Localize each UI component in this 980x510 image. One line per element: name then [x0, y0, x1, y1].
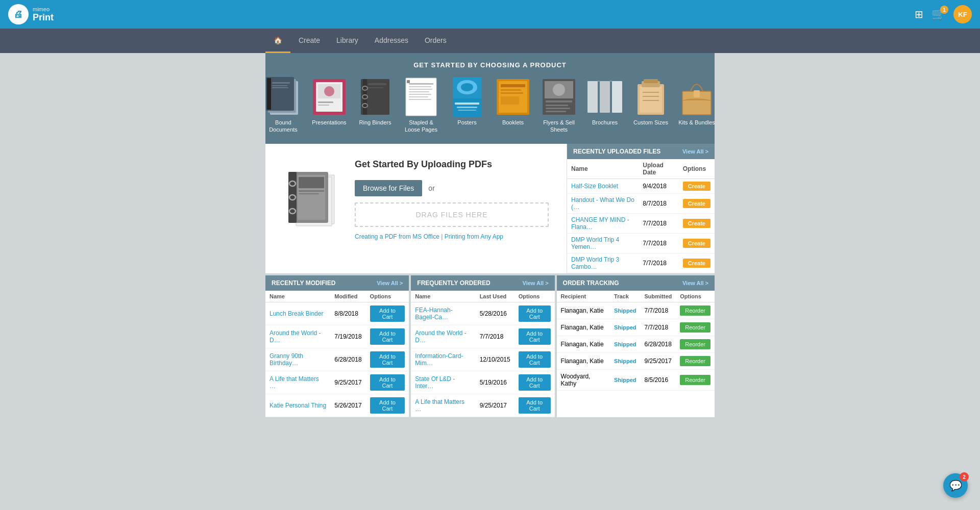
shipped-badge: Shipped	[614, 341, 636, 347]
rm-name: A Life that Matters …	[265, 371, 330, 394]
fo-col-name: Name	[411, 291, 475, 302]
reorder-button[interactable]: Reorder	[680, 305, 710, 316]
fo-link[interactable]: State Of L&D - Inter…	[415, 375, 455, 390]
cart-button[interactable]: 🛒 1	[932, 8, 945, 21]
rm-link[interactable]: Around the World - D…	[270, 329, 321, 344]
frequently-ordered-panel: FREQUENTLY ORDERED View All > Name Last …	[411, 275, 556, 417]
fo-link[interactable]: Information-Card-Mim…	[415, 352, 463, 367]
product-brochures[interactable]: Brochures	[583, 75, 627, 136]
printing-any-app-link[interactable]: Printing from Any App	[445, 233, 503, 240]
svg-rect-47	[546, 108, 570, 109]
recent-file-link[interactable]: DMP World Trip 4 Yemen…	[571, 236, 619, 250]
booklets-img	[495, 77, 531, 117]
svg-rect-5	[272, 85, 287, 86]
svg-rect-55	[640, 86, 662, 113]
recently-modified-row: A Life that Matters … 9/25/2017 Add to C…	[265, 371, 409, 394]
product-presentations[interactable]: Presentations	[307, 75, 351, 136]
grid-icon[interactable]: ⊞	[915, 8, 923, 20]
ot-track-status: Shipped	[610, 369, 640, 390]
ot-track-status: Shipped	[610, 352, 640, 369]
user-avatar[interactable]: KF	[953, 5, 972, 23]
chat-badge: 2	[960, 472, 969, 481]
svg-rect-27	[409, 99, 431, 100]
add-to-cart-freq-button[interactable]: Add to Cart	[519, 374, 551, 391]
recently-modified-row: Katie Personal Thing 5/26/2017 Add to Ca…	[265, 394, 409, 417]
svg-rect-26	[409, 96, 428, 97]
create-file-button[interactable]: Create	[683, 199, 710, 208]
reorder-button[interactable]: Reorder	[680, 339, 710, 349]
nav-home[interactable]: 🏠	[265, 29, 290, 53]
add-to-cart-button[interactable]: Add to Cart	[370, 374, 405, 391]
add-to-cart-freq-button[interactable]: Add to Cart	[519, 351, 551, 368]
create-file-button[interactable]: Create	[683, 259, 710, 268]
product-stapled-label: Stapled & Loose Pages	[401, 119, 441, 134]
reorder-button[interactable]: Reorder	[680, 356, 710, 366]
recent-file-options: Create	[679, 193, 715, 213]
create-file-button[interactable]: Create	[683, 182, 710, 191]
add-to-cart-freq-button[interactable]: Add to Cart	[519, 305, 551, 322]
rm-link[interactable]: Katie Personal Thing	[270, 402, 326, 409]
drag-drop-area[interactable]: DRAG FILES HERE	[355, 202, 549, 227]
recent-files-table: Name Upload Date Options Half-Size Bookl…	[567, 159, 715, 273]
svg-rect-33	[455, 103, 479, 105]
reorder-button[interactable]: Reorder	[680, 375, 710, 385]
rm-link[interactable]: A Life that Matters …	[270, 375, 319, 390]
nav-create[interactable]: Create	[290, 29, 328, 53]
nav-library[interactable]: Library	[328, 29, 366, 53]
recent-file-date: 8/7/2018	[639, 193, 678, 213]
rm-link[interactable]: Granny 90th Birthday…	[270, 352, 303, 367]
product-booklets[interactable]: Booklets	[491, 75, 535, 136]
add-to-cart-button[interactable]: Add to Cart	[370, 351, 405, 368]
fo-link[interactable]: A Life that Matters …	[415, 398, 464, 413]
rm-link[interactable]: Lunch Break Binder	[270, 310, 323, 317]
create-file-button[interactable]: Create	[683, 219, 710, 228]
product-kits[interactable]: Kits & Bundles	[675, 75, 719, 136]
ot-recipient: Flanagan, Katie	[557, 302, 610, 319]
reorder-button[interactable]: Reorder	[680, 322, 710, 333]
product-posters[interactable]: Posters	[445, 75, 489, 136]
product-ring-binders-label: Ring Binders	[359, 119, 391, 126]
logo-icon[interactable]: 🖨	[8, 4, 29, 24]
recent-file-link[interactable]: Handout - What We Do (…	[571, 196, 634, 211]
fo-link[interactable]: Around the World - D…	[415, 329, 467, 344]
product-custom-sizes[interactable]: Custom Sizes	[629, 75, 673, 136]
recent-file-link[interactable]: Half-Size Booklet	[571, 183, 618, 190]
col-name: Name	[567, 159, 639, 179]
svg-rect-18	[368, 83, 386, 85]
svg-rect-72	[299, 177, 324, 188]
frequently-ordered-view-all[interactable]: View All >	[523, 280, 549, 286]
recently-modified-row: Around the World - D… 7/19/2018 Add to C…	[265, 325, 409, 348]
col-upload-date: Upload Date	[639, 159, 678, 179]
ot-submitted-date: 7/7/2018	[640, 319, 676, 336]
fo-date: 5/28/2016	[476, 302, 514, 325]
recent-file-link[interactable]: CHANGE MY MIND - Flana…	[571, 216, 629, 231]
ot-submitted-date: 7/7/2018	[640, 302, 676, 319]
recent-file-row: DMP World Trip 3 Cambo… 7/7/2018 Create	[567, 253, 715, 273]
nav-addresses[interactable]: Addresses	[366, 29, 416, 53]
ot-options: Reorder	[676, 319, 715, 336]
nav-orders[interactable]: Orders	[416, 29, 455, 53]
product-stapled[interactable]: Stapled & Loose Pages	[399, 75, 443, 136]
rm-name: Lunch Break Binder	[265, 302, 330, 325]
pdf-from-office-link[interactable]: Creating a PDF from MS Office	[355, 233, 439, 240]
fo-link[interactable]: FEA-Hannah-Bagell-Ca…	[415, 307, 452, 321]
add-to-cart-button[interactable]: Add to Cart	[370, 328, 405, 345]
add-to-cart-button[interactable]: Add to Cart	[370, 305, 405, 322]
add-to-cart-freq-button[interactable]: Add to Cart	[519, 328, 551, 345]
recent-files-view-all[interactable]: View All >	[682, 148, 708, 155]
add-to-cart-freq-button[interactable]: Add to Cart	[519, 397, 551, 414]
browse-files-button[interactable]: Browse for Files	[355, 180, 422, 196]
add-to-cart-button[interactable]: Add to Cart	[370, 397, 405, 414]
order-tracking-view-all[interactable]: View All >	[682, 280, 708, 286]
presentations-img	[311, 77, 348, 117]
create-file-button[interactable]: Create	[683, 239, 710, 248]
svg-rect-40	[501, 92, 523, 94]
recent-file-link[interactable]: DMP World Trip 3 Cambo…	[571, 256, 619, 270]
product-bound-documents[interactable]: Bound Documents	[261, 75, 305, 136]
chat-button[interactable]: 💬 2	[943, 473, 968, 498]
product-flyers[interactable]: Flyers & Sell Sheets	[537, 75, 581, 136]
product-ring-binders[interactable]: Ring Binders	[353, 75, 397, 136]
rm-col-options: Options	[366, 291, 409, 302]
posters-img	[449, 77, 485, 117]
recently-modified-view-all[interactable]: View All >	[377, 280, 403, 286]
